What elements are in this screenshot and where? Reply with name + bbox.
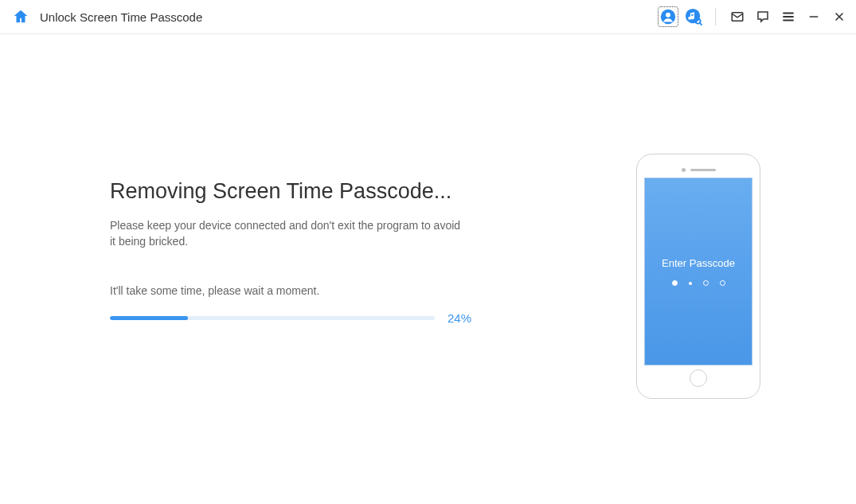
home-button-icon bbox=[690, 369, 707, 387]
close-icon[interactable] bbox=[831, 8, 848, 25]
phone-mock: Enter Passcode bbox=[636, 154, 760, 399]
page-heading: Removing Screen Time Passcode... bbox=[110, 179, 484, 204]
device-preview: Enter Passcode bbox=[636, 34, 760, 399]
phone-top bbox=[644, 162, 752, 178]
phone-camera-icon bbox=[682, 168, 686, 172]
passcode-dots bbox=[672, 280, 725, 286]
title-bar: Unlock Screen Time Passcode bbox=[0, 0, 856, 34]
header-left: Unlock Screen Time Passcode bbox=[11, 7, 202, 26]
phone-speaker-icon bbox=[690, 169, 716, 171]
progress-fill bbox=[110, 316, 188, 320]
separator bbox=[715, 8, 716, 25]
main-content: Removing Screen Time Passcode... Please … bbox=[0, 34, 856, 504]
status-panel: Removing Screen Time Passcode... Please … bbox=[110, 34, 484, 325]
feedback-icon[interactable] bbox=[754, 8, 772, 25]
music-scan-icon[interactable] bbox=[685, 8, 702, 25]
svg-line-4 bbox=[700, 23, 702, 25]
svg-point-1 bbox=[666, 13, 670, 18]
passcode-dot-icon bbox=[720, 280, 725, 286]
home-icon[interactable] bbox=[11, 7, 30, 26]
passcode-dot-icon bbox=[672, 280, 678, 286]
menu-icon[interactable] bbox=[780, 8, 797, 25]
minimize-icon[interactable] bbox=[805, 8, 823, 25]
header-right bbox=[659, 8, 848, 25]
passcode-dot-icon bbox=[689, 282, 692, 285]
phone-screen-label: Enter Passcode bbox=[662, 257, 735, 269]
phone-screen: Enter Passcode bbox=[644, 178, 752, 365]
warning-text: Please keep your device connected and do… bbox=[110, 218, 468, 249]
account-icon[interactable] bbox=[659, 8, 677, 25]
progress-percent: 24% bbox=[448, 311, 471, 325]
mail-icon[interactable] bbox=[729, 8, 746, 25]
passcode-dot-icon bbox=[703, 280, 709, 286]
phone-home-area bbox=[644, 365, 752, 391]
app-title: Unlock Screen Time Passcode bbox=[40, 10, 202, 24]
wait-text: It'll take some time, please wait a mome… bbox=[110, 284, 484, 297]
progress-bar bbox=[110, 316, 435, 320]
progress-row: 24% bbox=[110, 311, 484, 325]
